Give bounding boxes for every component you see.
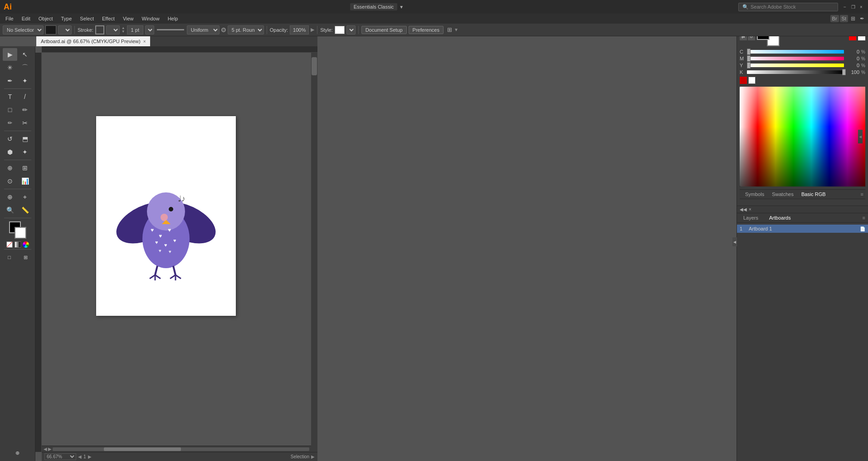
selection-dropdown[interactable]: No Selection	[3, 25, 44, 34]
workspace-arrow[interactable]: ▼	[399, 5, 404, 10]
scroll-left-btn[interactable]: ◀	[44, 446, 47, 451]
tab-basic-rgb[interactable]: Basic RGB	[798, 191, 829, 198]
rectangle-tool[interactable]: □	[3, 103, 17, 116]
horizontal-scrollbar[interactable]: ◀ ▶	[42, 446, 311, 452]
document-tab[interactable]: Artboard.ai @ 66.67% (CMYK/GPU Preview) …	[36, 36, 150, 46]
tab-symbols[interactable]: Symbols	[741, 191, 768, 198]
spectrum-menu-btn[interactable]: ≡	[861, 191, 863, 197]
fill-dropdown[interactable]	[58, 25, 72, 34]
tab-close-button[interactable]: ×	[143, 39, 146, 44]
line-tool[interactable]: /	[18, 90, 32, 103]
minimize-button[interactable]: −	[842, 4, 848, 10]
live-paint-tool[interactable]: ⌖	[18, 191, 32, 203]
warp-tool[interactable]: ✦	[18, 146, 32, 158]
blend-tool[interactable]: ⊕	[3, 191, 17, 203]
column-graph-tool[interactable]: 📊	[18, 175, 32, 187]
magenta-slider[interactable]	[747, 57, 844, 60]
layers-panel-menu-btn[interactable]: ≡	[863, 215, 865, 221]
stroke-dropdown[interactable]	[106, 25, 120, 34]
vertical-scroll-thumb[interactable]	[312, 57, 317, 75]
nav-next-btn[interactable]: ▶	[88, 454, 92, 459]
scroll-right-btn[interactable]: ▶	[48, 446, 52, 451]
nav-prev-btn[interactable]: ◀	[78, 454, 82, 459]
zoom-select[interactable]: 66.67%	[44, 453, 76, 460]
black-thumb[interactable]	[842, 69, 846, 75]
artboard-page-icon[interactable]: 📄	[860, 226, 865, 231]
stroke-style-dropdown[interactable]: Uniform	[187, 25, 219, 34]
white-swatch[interactable]	[748, 77, 756, 84]
color-spectrum[interactable]: ◀	[740, 87, 865, 186]
status-arrow[interactable]: ▶	[311, 454, 315, 459]
yellow-thumb[interactable]	[747, 62, 751, 69]
type-tool[interactable]: T	[3, 90, 17, 103]
gradient-icon[interactable]	[15, 241, 21, 248]
symbol-tool[interactable]: ⊙	[3, 175, 17, 187]
workspace-selector[interactable]: Essentials Classic	[350, 3, 398, 10]
artboard-tool[interactable]: ⊕	[3, 162, 17, 174]
menu-select[interactable]: Select	[76, 15, 98, 22]
menu-edit[interactable]: Edit	[18, 15, 34, 22]
measure-tool[interactable]: 📏	[18, 204, 32, 216]
slice-tool[interactable]: ⊞	[18, 162, 32, 174]
stroke-swatch[interactable]	[95, 25, 104, 34]
tab-swatches-bottom[interactable]: Swatches	[768, 191, 797, 198]
stock-search-box[interactable]: 🔍 Search Adobe Stock	[738, 3, 838, 11]
menu-view[interactable]: View	[119, 15, 137, 22]
menu-effect[interactable]: Effect	[98, 15, 118, 22]
maximize-button[interactable]: ❐	[850, 4, 856, 10]
document-setup-button[interactable]: Document Setup	[361, 26, 407, 34]
layers-close-btn[interactable]: ×	[749, 207, 751, 212]
stroke-width-dropdown[interactable]	[145, 25, 154, 34]
direct-selection-tool[interactable]: ↖	[18, 48, 32, 61]
paintbrush-tool[interactable]: ✏	[18, 103, 32, 116]
panel-collapse-btn[interactable]: ◀	[732, 237, 737, 246]
reflect-tool[interactable]: ⬒	[18, 132, 32, 145]
menu-window[interactable]: Window	[138, 15, 163, 22]
cyan-slider[interactable]	[747, 50, 844, 54]
eyedropper-tool[interactable]: 🔍	[3, 204, 17, 216]
toggle-visibility-btn[interactable]: ⊞	[19, 251, 33, 264]
artboard-row-1[interactable]: 1 Artboard 1 📄	[737, 225, 868, 233]
scroll-track[interactable]	[53, 447, 309, 451]
none-icon[interactable]	[6, 241, 13, 248]
menu-help[interactable]: Help	[164, 15, 182, 22]
rotate-tool[interactable]: ↺	[3, 132, 17, 145]
bridge-icon[interactable]: Br	[830, 15, 839, 22]
menu-file[interactable]: File	[2, 15, 17, 22]
color-icon[interactable]	[23, 241, 29, 248]
layers-tab[interactable]: Layers	[740, 214, 762, 221]
pen-tool[interactable]: ✒	[3, 74, 17, 87]
close-button[interactable]: ×	[858, 4, 864, 10]
preferences-button[interactable]: Preferences	[409, 26, 444, 34]
vertical-scrollbar[interactable]	[311, 53, 317, 452]
red-swatch[interactable]	[740, 77, 747, 84]
arrange-arrow[interactable]: ▼	[454, 27, 458, 32]
pen-icon[interactable]: ✒	[858, 15, 866, 23]
stroke-cap-dropdown[interactable]: 5 pt. Round	[228, 25, 264, 34]
grid-icon[interactable]: ⊞	[849, 15, 857, 23]
cyan-thumb[interactable]	[747, 49, 751, 55]
menu-object[interactable]: Object	[35, 15, 57, 22]
arrange-icon[interactable]: ⊞	[447, 26, 452, 33]
scale-tool[interactable]: ⬢	[3, 146, 17, 158]
layers-collapse-btn[interactable]: ◀◀	[740, 207, 747, 212]
opacity-input[interactable]	[290, 25, 309, 34]
artboards-tab[interactable]: Artboards	[766, 214, 795, 221]
black-slider[interactable]	[747, 70, 844, 74]
style-dropdown[interactable]	[346, 25, 356, 34]
lasso-tool[interactable]: ⌒	[18, 61, 32, 74]
magenta-thumb[interactable]	[747, 55, 751, 62]
stroke-width-input[interactable]	[127, 25, 143, 34]
horizontal-scroll-thumb[interactable]	[104, 447, 181, 451]
fill-color-swatch[interactable]	[45, 25, 56, 34]
style-swatch[interactable]	[335, 26, 345, 34]
background-color[interactable]	[15, 227, 26, 239]
menu-type[interactable]: Type	[58, 15, 76, 22]
selection-tool[interactable]: ▶	[3, 48, 17, 61]
stock-icon[interactable]: St	[840, 15, 848, 22]
change-screen-mode-btn[interactable]: □	[2, 251, 17, 264]
yellow-slider[interactable]	[747, 64, 844, 67]
expand-toolbar-btn[interactable]: ⊕	[10, 446, 25, 459]
opacity-arrow[interactable]: ▶	[311, 27, 314, 33]
magic-wand-tool[interactable]: ✳	[3, 61, 17, 74]
